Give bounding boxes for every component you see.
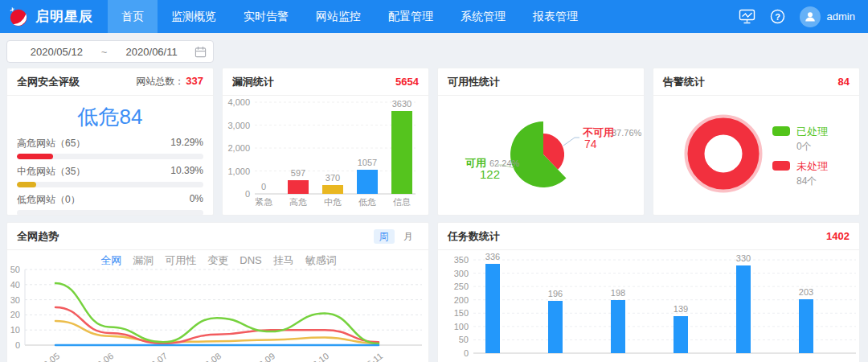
panel-title: 全网趋势 xyxy=(17,229,59,244)
svg-text:200: 200 xyxy=(454,295,469,305)
task-total-value: 1402 xyxy=(826,230,850,242)
progress-track xyxy=(17,182,203,187)
svg-text:06-10: 06-10 xyxy=(307,351,331,362)
venus-logo-icon xyxy=(8,6,31,28)
user-avatar[interactable] xyxy=(800,6,821,27)
username-label[interactable]: admin xyxy=(827,10,855,23)
start-date-input[interactable]: 2020/05/12 xyxy=(14,46,100,58)
top-navbar: 启明星辰 首页 监测概览 实时告警 网站监控 配置管理 系统管理 报表管理 ? xyxy=(0,0,868,33)
nav-item-home[interactable]: 首页 xyxy=(108,0,158,33)
svg-text:74: 74 xyxy=(584,138,597,150)
legend-item-dns[interactable]: DNS xyxy=(240,254,261,266)
svg-text:198: 198 xyxy=(611,288,625,298)
svg-text:300: 300 xyxy=(454,269,469,278)
svg-text:?: ? xyxy=(775,12,780,22)
legend-item-availability[interactable]: 可用性 xyxy=(165,254,196,266)
svg-text:06-06: 06-06 xyxy=(92,351,116,362)
legend-item-change[interactable]: 变更 xyxy=(207,254,228,266)
svg-text:330: 330 xyxy=(736,253,751,263)
progress-fill xyxy=(17,182,36,187)
svg-text:3,000: 3,000 xyxy=(227,121,250,130)
svg-text:100: 100 xyxy=(454,322,469,331)
svg-text:597: 597 xyxy=(291,168,305,178)
panel-title: 漏洞统计 xyxy=(232,75,274,89)
svg-text:203: 203 xyxy=(799,287,813,297)
brand-logo: 启明星辰 xyxy=(0,0,108,33)
legend-item-trojan[interactable]: 挂马 xyxy=(273,254,294,266)
alert-total-value: 84 xyxy=(838,76,850,88)
svg-text:3630: 3630 xyxy=(392,99,411,109)
panel-alert-stats: 告警统计 84 已处理 0个 未处理 84个 xyxy=(653,68,860,216)
svg-text:高危: 高危 xyxy=(289,197,307,207)
legend-item-vuln[interactable]: 漏洞 xyxy=(133,254,154,266)
toggle-month[interactable]: 月 xyxy=(398,229,419,244)
task-bar-chart: 050100150200250300350336196198139330203 xyxy=(438,250,860,362)
panel-vulnerability-stats: 漏洞统计 5654 01,0002,0003,0004,0000紧急597高危3… xyxy=(222,68,429,216)
progress-fill xyxy=(17,154,53,159)
svg-text:06-05: 06-05 xyxy=(38,351,62,362)
progress-track xyxy=(17,210,203,216)
svg-text:150: 150 xyxy=(454,308,469,318)
panel-title: 任务数统计 xyxy=(448,229,500,244)
nav-item-monitor-overview[interactable]: 监测概览 xyxy=(158,0,230,33)
trend-line-chart: 0102030405006-0506-0606-0706-0806-0906-1… xyxy=(7,266,429,362)
rating-row-low-risk: 低危网站（0）0% xyxy=(17,193,203,216)
svg-text:不可用: 不可用 xyxy=(582,126,614,138)
calendar-icon[interactable] xyxy=(194,46,207,58)
legend-item-processed[interactable]: 已处理 0个 xyxy=(772,125,828,154)
svg-text:06-07: 06-07 xyxy=(145,351,170,362)
svg-text:2,000: 2,000 xyxy=(227,143,250,153)
nav-item-realtime-alerts[interactable]: 实时告警 xyxy=(230,0,302,33)
svg-text:250: 250 xyxy=(454,282,469,291)
svg-text:信息: 信息 xyxy=(393,197,411,207)
svg-text:0: 0 xyxy=(261,182,266,191)
help-question-icon[interactable]: ? xyxy=(770,9,785,24)
svg-text:30: 30 xyxy=(10,295,20,305)
legend-item-sensitive[interactable]: 敏感词 xyxy=(305,254,337,266)
panel-title: 可用性统计 xyxy=(448,75,500,89)
nav-item-config-management[interactable]: 配置管理 xyxy=(375,0,447,33)
toggle-week[interactable]: 周 xyxy=(374,229,395,244)
nav-item-website-monitor[interactable]: 网站监控 xyxy=(302,0,375,33)
rating-row-medium-risk: 中危网站（35）10.39% xyxy=(17,165,203,187)
svg-text:336: 336 xyxy=(485,252,500,261)
svg-text:0: 0 xyxy=(464,348,469,358)
svg-text:196: 196 xyxy=(548,289,563,298)
panel-title: 告警统计 xyxy=(663,75,705,89)
date-range-separator: ~ xyxy=(100,46,109,58)
website-total-value: 337 xyxy=(186,75,203,87)
nav-item-report-management[interactable]: 报表管理 xyxy=(519,0,592,33)
legend-item-all[interactable]: 全网 xyxy=(100,254,121,266)
legend-marker xyxy=(772,161,790,171)
date-range-picker[interactable]: 2020/05/12 ~ 2020/06/11 xyxy=(6,40,214,63)
alert-donut-chart xyxy=(653,93,774,215)
svg-text:50: 50 xyxy=(10,266,20,274)
panel-task-stats: 任务数统计 1402 05010015020025030035033619619… xyxy=(437,222,860,362)
brand-name: 启明星辰 xyxy=(35,7,93,26)
panel-title: 全网安全评级 xyxy=(17,75,80,89)
svg-text:50: 50 xyxy=(459,335,469,344)
svg-text:350: 350 xyxy=(454,255,469,265)
svg-text:低危: 低危 xyxy=(358,197,376,207)
panel-network-trend: 全网趋势 周 月 全网漏洞可用性变更DNS挂马敏感词 0102030405006… xyxy=(6,222,429,362)
svg-text:0: 0 xyxy=(245,189,250,199)
svg-text:20: 20 xyxy=(10,310,20,319)
svg-text:40: 40 xyxy=(10,280,20,290)
svg-text:紧急: 紧急 xyxy=(255,197,273,207)
nav-item-system-management[interactable]: 系统管理 xyxy=(447,0,519,33)
screen-monitor-icon[interactable] xyxy=(739,9,755,24)
svg-text:1057: 1057 xyxy=(358,158,377,167)
svg-text:37.76%: 37.76% xyxy=(612,128,642,138)
svg-text:06-09: 06-09 xyxy=(253,351,277,362)
end-date-input[interactable]: 2020/06/11 xyxy=(108,46,194,58)
svg-text:0: 0 xyxy=(15,340,20,350)
svg-text:06-11: 06-11 xyxy=(361,351,384,362)
progress-track xyxy=(17,154,203,159)
legend-item-unprocessed[interactable]: 未处理 84个 xyxy=(772,159,828,188)
svg-text:4,000: 4,000 xyxy=(227,97,250,107)
overall-risk-headline: 低危84 xyxy=(7,103,213,131)
vuln-total-value: 5654 xyxy=(395,76,419,88)
rating-progress-list: 高危网站（65）19.29% 中危网站（35）10.39% 低危网站（0）0% … xyxy=(7,137,213,216)
svg-text:06-08: 06-08 xyxy=(199,351,223,362)
svg-text:122: 122 xyxy=(480,167,500,181)
